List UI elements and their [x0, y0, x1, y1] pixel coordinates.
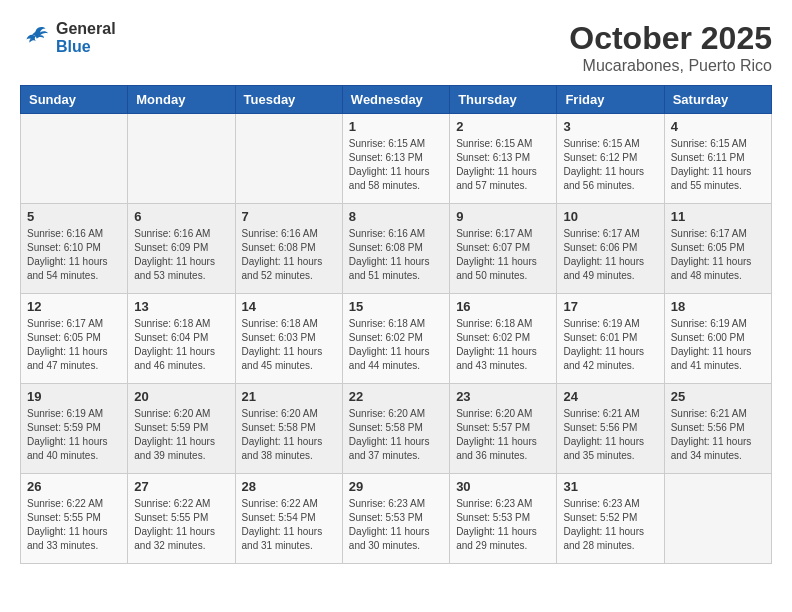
logo-text: General Blue — [56, 20, 116, 56]
month-title: October 2025 — [569, 20, 772, 57]
day-info: Sunrise: 6:18 AM Sunset: 6:02 PM Dayligh… — [456, 317, 550, 373]
calendar-cell: 31Sunrise: 6:23 AM Sunset: 5:52 PM Dayli… — [557, 474, 664, 564]
calendar-cell: 7Sunrise: 6:16 AM Sunset: 6:08 PM Daylig… — [235, 204, 342, 294]
day-info: Sunrise: 6:15 AM Sunset: 6:13 PM Dayligh… — [349, 137, 443, 193]
day-info: Sunrise: 6:15 AM Sunset: 6:11 PM Dayligh… — [671, 137, 765, 193]
day-number: 11 — [671, 209, 765, 224]
day-info: Sunrise: 6:22 AM Sunset: 5:55 PM Dayligh… — [134, 497, 228, 553]
day-number: 4 — [671, 119, 765, 134]
day-info: Sunrise: 6:15 AM Sunset: 6:13 PM Dayligh… — [456, 137, 550, 193]
day-info: Sunrise: 6:16 AM Sunset: 6:09 PM Dayligh… — [134, 227, 228, 283]
day-info: Sunrise: 6:19 AM Sunset: 5:59 PM Dayligh… — [27, 407, 121, 463]
calendar-cell: 24Sunrise: 6:21 AM Sunset: 5:56 PM Dayli… — [557, 384, 664, 474]
calendar-cell: 19Sunrise: 6:19 AM Sunset: 5:59 PM Dayli… — [21, 384, 128, 474]
weekday-header: Wednesday — [342, 86, 449, 114]
day-number: 20 — [134, 389, 228, 404]
calendar-cell: 28Sunrise: 6:22 AM Sunset: 5:54 PM Dayli… — [235, 474, 342, 564]
day-info: Sunrise: 6:18 AM Sunset: 6:03 PM Dayligh… — [242, 317, 336, 373]
calendar-cell: 13Sunrise: 6:18 AM Sunset: 6:04 PM Dayli… — [128, 294, 235, 384]
calendar-cell: 30Sunrise: 6:23 AM Sunset: 5:53 PM Dayli… — [450, 474, 557, 564]
calendar-cell: 14Sunrise: 6:18 AM Sunset: 6:03 PM Dayli… — [235, 294, 342, 384]
day-number: 30 — [456, 479, 550, 494]
day-number: 17 — [563, 299, 657, 314]
day-number: 21 — [242, 389, 336, 404]
day-info: Sunrise: 6:20 AM Sunset: 5:57 PM Dayligh… — [456, 407, 550, 463]
calendar-cell: 25Sunrise: 6:21 AM Sunset: 5:56 PM Dayli… — [664, 384, 771, 474]
calendar-cell: 22Sunrise: 6:20 AM Sunset: 5:58 PM Dayli… — [342, 384, 449, 474]
calendar-cell — [21, 114, 128, 204]
day-number: 25 — [671, 389, 765, 404]
day-info: Sunrise: 6:15 AM Sunset: 6:12 PM Dayligh… — [563, 137, 657, 193]
day-number: 19 — [27, 389, 121, 404]
calendar-cell: 21Sunrise: 6:20 AM Sunset: 5:58 PM Dayli… — [235, 384, 342, 474]
calendar-cell: 29Sunrise: 6:23 AM Sunset: 5:53 PM Dayli… — [342, 474, 449, 564]
day-info: Sunrise: 6:16 AM Sunset: 6:10 PM Dayligh… — [27, 227, 121, 283]
logo: General Blue — [20, 20, 116, 56]
calendar-cell: 23Sunrise: 6:20 AM Sunset: 5:57 PM Dayli… — [450, 384, 557, 474]
day-number: 3 — [563, 119, 657, 134]
weekday-header: Friday — [557, 86, 664, 114]
day-info: Sunrise: 6:20 AM Sunset: 5:58 PM Dayligh… — [242, 407, 336, 463]
day-info: Sunrise: 6:19 AM Sunset: 6:00 PM Dayligh… — [671, 317, 765, 373]
day-number: 29 — [349, 479, 443, 494]
day-number: 18 — [671, 299, 765, 314]
calendar-cell: 4Sunrise: 6:15 AM Sunset: 6:11 PM Daylig… — [664, 114, 771, 204]
day-number: 22 — [349, 389, 443, 404]
day-number: 9 — [456, 209, 550, 224]
calendar-cell: 27Sunrise: 6:22 AM Sunset: 5:55 PM Dayli… — [128, 474, 235, 564]
calendar-cell — [128, 114, 235, 204]
day-info: Sunrise: 6:17 AM Sunset: 6:06 PM Dayligh… — [563, 227, 657, 283]
calendar-cell: 5Sunrise: 6:16 AM Sunset: 6:10 PM Daylig… — [21, 204, 128, 294]
day-number: 1 — [349, 119, 443, 134]
calendar-cell: 26Sunrise: 6:22 AM Sunset: 5:55 PM Dayli… — [21, 474, 128, 564]
day-number: 27 — [134, 479, 228, 494]
calendar-cell: 15Sunrise: 6:18 AM Sunset: 6:02 PM Dayli… — [342, 294, 449, 384]
day-number: 15 — [349, 299, 443, 314]
calendar-cell: 20Sunrise: 6:20 AM Sunset: 5:59 PM Dayli… — [128, 384, 235, 474]
day-info: Sunrise: 6:21 AM Sunset: 5:56 PM Dayligh… — [563, 407, 657, 463]
day-number: 13 — [134, 299, 228, 314]
weekday-header: Sunday — [21, 86, 128, 114]
calendar-cell: 18Sunrise: 6:19 AM Sunset: 6:00 PM Dayli… — [664, 294, 771, 384]
day-info: Sunrise: 6:21 AM Sunset: 5:56 PM Dayligh… — [671, 407, 765, 463]
day-number: 14 — [242, 299, 336, 314]
calendar-cell: 3Sunrise: 6:15 AM Sunset: 6:12 PM Daylig… — [557, 114, 664, 204]
calendar-week-row: 26Sunrise: 6:22 AM Sunset: 5:55 PM Dayli… — [21, 474, 772, 564]
day-number: 31 — [563, 479, 657, 494]
calendar-cell: 11Sunrise: 6:17 AM Sunset: 6:05 PM Dayli… — [664, 204, 771, 294]
location-title: Mucarabones, Puerto Rico — [569, 57, 772, 75]
calendar-table: SundayMondayTuesdayWednesdayThursdayFrid… — [20, 85, 772, 564]
calendar-cell: 10Sunrise: 6:17 AM Sunset: 6:06 PM Dayli… — [557, 204, 664, 294]
day-info: Sunrise: 6:20 AM Sunset: 5:58 PM Dayligh… — [349, 407, 443, 463]
day-info: Sunrise: 6:20 AM Sunset: 5:59 PM Dayligh… — [134, 407, 228, 463]
calendar-cell — [664, 474, 771, 564]
day-info: Sunrise: 6:18 AM Sunset: 6:02 PM Dayligh… — [349, 317, 443, 373]
weekday-header-row: SundayMondayTuesdayWednesdayThursdayFrid… — [21, 86, 772, 114]
calendar-week-row: 19Sunrise: 6:19 AM Sunset: 5:59 PM Dayli… — [21, 384, 772, 474]
weekday-header: Saturday — [664, 86, 771, 114]
page-header: General Blue October 2025 Mucarabones, P… — [20, 20, 772, 75]
day-number: 7 — [242, 209, 336, 224]
day-number: 2 — [456, 119, 550, 134]
day-info: Sunrise: 6:23 AM Sunset: 5:53 PM Dayligh… — [456, 497, 550, 553]
day-info: Sunrise: 6:17 AM Sunset: 6:05 PM Dayligh… — [671, 227, 765, 283]
weekday-header: Monday — [128, 86, 235, 114]
day-number: 24 — [563, 389, 657, 404]
day-info: Sunrise: 6:18 AM Sunset: 6:04 PM Dayligh… — [134, 317, 228, 373]
weekday-header: Thursday — [450, 86, 557, 114]
calendar-week-row: 12Sunrise: 6:17 AM Sunset: 6:05 PM Dayli… — [21, 294, 772, 384]
day-info: Sunrise: 6:17 AM Sunset: 6:07 PM Dayligh… — [456, 227, 550, 283]
calendar-cell — [235, 114, 342, 204]
calendar-cell: 12Sunrise: 6:17 AM Sunset: 6:05 PM Dayli… — [21, 294, 128, 384]
calendar-week-row: 5Sunrise: 6:16 AM Sunset: 6:10 PM Daylig… — [21, 204, 772, 294]
day-info: Sunrise: 6:19 AM Sunset: 6:01 PM Dayligh… — [563, 317, 657, 373]
day-info: Sunrise: 6:22 AM Sunset: 5:55 PM Dayligh… — [27, 497, 121, 553]
calendar-cell: 1Sunrise: 6:15 AM Sunset: 6:13 PM Daylig… — [342, 114, 449, 204]
day-number: 5 — [27, 209, 121, 224]
day-info: Sunrise: 6:17 AM Sunset: 6:05 PM Dayligh… — [27, 317, 121, 373]
calendar-week-row: 1Sunrise: 6:15 AM Sunset: 6:13 PM Daylig… — [21, 114, 772, 204]
day-number: 10 — [563, 209, 657, 224]
day-number: 23 — [456, 389, 550, 404]
calendar-cell: 16Sunrise: 6:18 AM Sunset: 6:02 PM Dayli… — [450, 294, 557, 384]
calendar-cell: 8Sunrise: 6:16 AM Sunset: 6:08 PM Daylig… — [342, 204, 449, 294]
